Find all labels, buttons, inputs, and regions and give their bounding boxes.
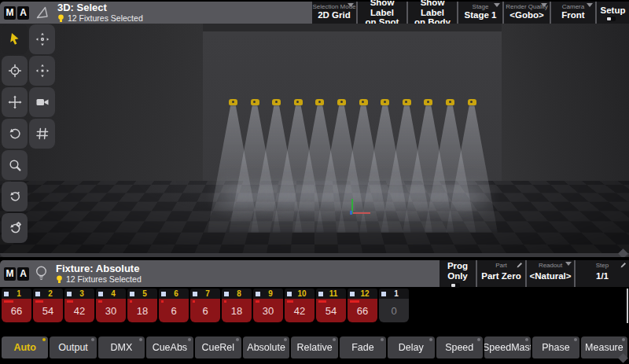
- tab-dmx[interactable]: DMX: [98, 336, 145, 358]
- fixture-3d[interactable]: [229, 99, 237, 105]
- fixture-id: 2: [40, 289, 61, 298]
- dimmer-value: 6: [171, 305, 176, 317]
- fixture-3d[interactable]: [468, 99, 476, 105]
- tab-speedmast[interactable]: SpeedMast: [484, 336, 531, 358]
- fixture-3d[interactable]: [272, 99, 281, 105]
- control-stage[interactable]: StageStage 1: [458, 2, 502, 24]
- fixture-cell[interactable]: 430: [96, 289, 126, 322]
- pan-screen-icon: [35, 31, 50, 47]
- fixture-cell[interactable]: 76: [190, 289, 220, 322]
- dimmer-value: 66: [357, 305, 368, 317]
- fixture-id: 11: [323, 289, 344, 298]
- control-render-quality[interactable]: Render Quality<Gobo>: [504, 2, 550, 24]
- tab-absolute[interactable]: Absolute: [243, 336, 289, 358]
- fixture-3d[interactable]: [294, 99, 303, 105]
- tool-rotate-step-button[interactable]: [2, 182, 28, 211]
- ma-logo[interactable]: M A: [4, 6, 29, 20]
- tab-relative[interactable]: Relative: [291, 336, 337, 358]
- dimmer-value: 30: [105, 305, 116, 317]
- tool-zoom-button[interactable]: [2, 150, 28, 180]
- dropdown-arrow-icon: [348, 3, 354, 7]
- fixture-3d[interactable]: [251, 99, 259, 105]
- fixture-cell[interactable]: 10: [379, 289, 409, 322]
- tab-output[interactable]: Output: [50, 336, 96, 358]
- tab-cuerel[interactable]: CueRel: [195, 336, 241, 358]
- dimmer-value: 18: [231, 305, 242, 317]
- tab-indicator-dot: [42, 338, 46, 341]
- tool-select-pointer-button[interactable]: [2, 24, 28, 54]
- stage-3d-viewport[interactable]: [0, 24, 629, 257]
- stage-right-wall: [502, 24, 629, 181]
- fixture-cell[interactable]: 166: [2, 289, 31, 322]
- zoom-icon: [7, 157, 23, 173]
- dimmer-bar: [4, 300, 13, 303]
- fixture-id: 1: [386, 289, 406, 298]
- window-3d-titlebar: M A 3D: Select 12 Fixtures Selected Sele…: [0, 2, 629, 24]
- control-setup[interactable]: Setup: [597, 2, 629, 24]
- toggle-switch-icon: [606, 17, 616, 21]
- fixture-cell[interactable]: 66: [159, 289, 189, 322]
- tab-label: Absolute: [247, 342, 285, 353]
- tab-indicator-dot: [333, 338, 336, 341]
- fixture-cell[interactable]: 818: [222, 289, 252, 322]
- tool-orbit-selection-button[interactable]: [2, 213, 28, 243]
- tab-phase[interactable]: Phase: [532, 336, 579, 358]
- tab-fade[interactable]: Fade: [340, 336, 386, 358]
- fixture-cell[interactable]: 518: [127, 289, 157, 322]
- tool-camera-view-button[interactable]: [29, 87, 55, 117]
- fixture-3d[interactable]: [424, 99, 432, 105]
- ma-logo[interactable]: M A: [4, 267, 29, 281]
- viewport-toolbar: [2, 24, 55, 243]
- tab-auto[interactable]: Auto: [2, 336, 48, 358]
- fixture-3d[interactable]: [403, 99, 411, 105]
- tab-indicator-dot: [139, 338, 142, 341]
- layer-tab-bar: AutoOutputDMXCueAbsCueRelAbsoluteRelativ…: [2, 336, 627, 358]
- tool-center-target-button[interactable]: [2, 56, 28, 86]
- window-3d-title-block: 3D: Select 12 Fixtures Selected: [57, 2, 143, 23]
- fixture-cell[interactable]: 1042: [285, 289, 314, 322]
- control-selection-mode[interactable]: Selection Mode2D Grid: [312, 2, 356, 24]
- tab-label: CueRel: [201, 342, 234, 353]
- tool-rotate-left-button[interactable]: [2, 119, 28, 149]
- dimmer-value-cell: 66: [2, 299, 31, 322]
- control-show-label-on-spot[interactable]: Show Label on Spot: [358, 2, 406, 24]
- dimmer-bar: [318, 300, 326, 303]
- fixture-cell[interactable]: 254: [33, 289, 63, 322]
- tool-pan-screen-button[interactable]: [29, 24, 55, 54]
- fixture-3d[interactable]: [381, 99, 389, 105]
- dimmer-value-cell: 6: [159, 299, 189, 322]
- fixture-id: 8: [229, 289, 249, 298]
- tab-indicator-dot: [477, 338, 480, 341]
- fixture-3d[interactable]: [446, 99, 454, 105]
- fixture-cell[interactable]: 930: [253, 289, 283, 322]
- fixture-3d[interactable]: [337, 99, 346, 105]
- fixture-cell[interactable]: 342: [64, 289, 94, 322]
- dimmer-value-cell: 18: [222, 299, 252, 322]
- control-camera[interactable]: CameraFront: [551, 2, 595, 24]
- tab-delay[interactable]: Delay: [388, 336, 434, 358]
- fixture-cell[interactable]: 1266: [348, 289, 377, 322]
- tool-grid-button[interactable]: [29, 119, 55, 149]
- tab-label: Speed: [445, 342, 473, 353]
- tool-translate-move-button[interactable]: [2, 87, 28, 117]
- window-3d-bottom-edge: [0, 253, 629, 257]
- dimmer-value-cell: 30: [96, 299, 126, 322]
- pan-axis-icon: [35, 63, 50, 79]
- tab-label: Output: [58, 342, 88, 353]
- control-readout[interactable]: Readout<Natural>: [527, 260, 574, 287]
- fixture-id: 3: [72, 289, 92, 298]
- fixture-sheet-controls: Prog OnlyPartPart ZeroReadout<Natural>St…: [438, 260, 629, 287]
- control-show-label-on-body[interactable]: Show Label on Body: [408, 2, 457, 24]
- window-3d-subtitle: 12 Fixtures Selected: [68, 14, 143, 23]
- tool-pan-axis-button[interactable]: [29, 56, 55, 86]
- control-step[interactable]: Step1/1: [576, 260, 629, 287]
- fixture-3d[interactable]: [359, 99, 368, 105]
- control-prog-only[interactable]: Prog Only: [440, 260, 476, 287]
- fixture-cell[interactable]: 1154: [316, 289, 346, 322]
- tab-speed[interactable]: Speed: [436, 336, 483, 358]
- fixture-3d[interactable]: [315, 99, 324, 105]
- sheet-scrollbar[interactable]: [627, 289, 628, 323]
- control-part[interactable]: PartPart Zero: [477, 260, 525, 287]
- fixture-id: 6: [166, 289, 186, 298]
- tab-cueabs[interactable]: CueAbs: [146, 336, 193, 358]
